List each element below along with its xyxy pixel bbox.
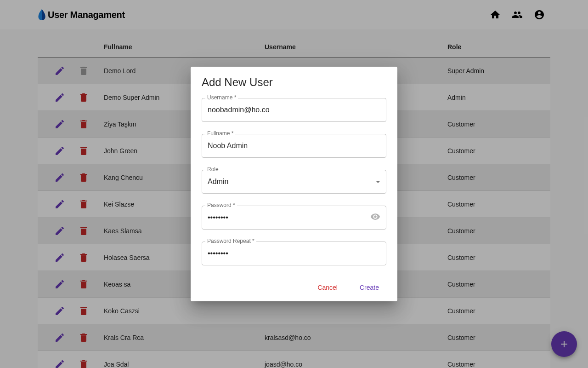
field-password: Password * bbox=[202, 206, 386, 230]
role-select-value: Admin bbox=[208, 178, 376, 186]
chevron-down-icon bbox=[376, 181, 380, 183]
field-username: Username * bbox=[202, 98, 386, 122]
create-button[interactable]: Create bbox=[356, 281, 383, 294]
fullname-input[interactable] bbox=[208, 142, 380, 150]
label-password-repeat: Password Repeat * bbox=[205, 238, 256, 244]
password-input[interactable] bbox=[208, 213, 370, 222]
role-select[interactable]: Admin bbox=[202, 170, 386, 194]
label-role: Role bbox=[205, 166, 220, 172]
field-fullname: Fullname * bbox=[202, 134, 386, 158]
username-input[interactable] bbox=[208, 106, 380, 114]
dialog-title: Add New User bbox=[202, 76, 386, 89]
label-fullname: Fullname * bbox=[205, 130, 235, 137]
toggle-password-visibility-icon[interactable] bbox=[370, 212, 380, 224]
label-username: Username * bbox=[205, 94, 238, 101]
cancel-button[interactable]: Cancel bbox=[314, 281, 341, 294]
label-password: Password * bbox=[205, 202, 237, 208]
add-user-dialog: Add New User Username * Fullname * Role … bbox=[191, 67, 397, 301]
field-role: Role Admin bbox=[202, 170, 386, 194]
password-repeat-input[interactable] bbox=[208, 249, 380, 258]
field-password-repeat: Password Repeat * bbox=[202, 242, 386, 265]
